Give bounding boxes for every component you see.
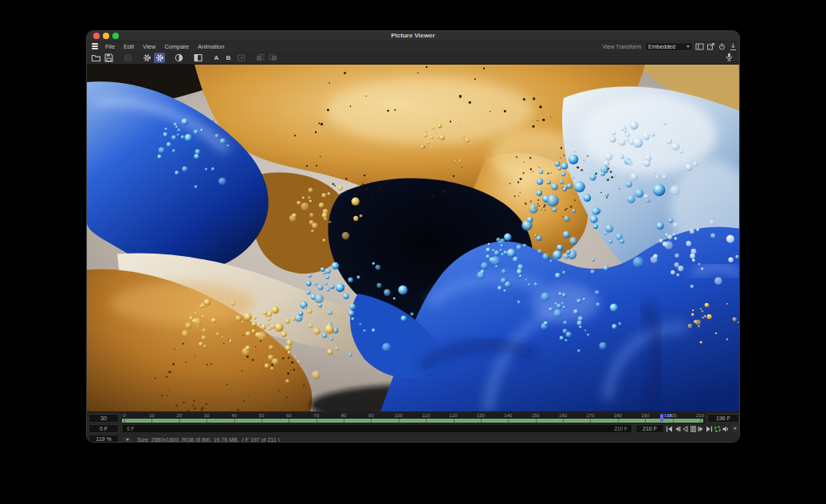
range-end-field[interactable]: 210 F [635, 424, 664, 433]
ruler-tick-mark [124, 419, 125, 423]
zoom-level-field[interactable]: 119 % [88, 435, 119, 443]
compare-a-button[interactable]: A [211, 54, 222, 61]
chevron-down-icon [734, 427, 737, 430]
ruler-tick-mark [371, 419, 372, 423]
ruler-tick-label: 190 [641, 413, 649, 418]
rendered-frames-bar [122, 419, 703, 423]
transport-controls [666, 424, 739, 433]
titlebar[interactable]: Picture Viewer [87, 31, 739, 41]
ruler-tick-mark [454, 419, 454, 423]
ruler-tick-mark [262, 419, 262, 423]
fps-field[interactable]: 30 [88, 414, 119, 423]
playhead[interactable]: 196 [660, 414, 663, 422]
save-icon[interactable] [103, 53, 114, 63]
menu-file[interactable]: File [105, 43, 115, 50]
chevron-down-icon [686, 45, 690, 48]
split-compare-icon[interactable] [192, 53, 203, 63]
compare-b-button[interactable]: B [223, 54, 234, 61]
goto-start-button[interactable] [666, 425, 673, 433]
picture-viewer-window: Picture Viewer File Edit View Compare An… [86, 30, 740, 443]
timeline-panel: 30 0102030405060708090100110120130140150… [87, 411, 739, 443]
ruler-tick-mark [317, 419, 317, 423]
copy-b-icon-disabled [267, 53, 278, 63]
window-title: Picture Viewer [87, 32, 739, 39]
timeline-ruler[interactable]: 0102030405060708090100110120130140150160… [122, 413, 706, 423]
ruler-tick-mark [151, 419, 152, 423]
loop-mode-icon-active[interactable] [714, 425, 721, 433]
playback-options-button[interactable] [730, 425, 739, 432]
settings-gear-icon-active[interactable] [154, 53, 165, 63]
render-image [87, 65, 739, 411]
ruler-tick-label: 140 [504, 413, 512, 418]
ruler-tick-mark [399, 419, 399, 423]
ruler-tick-label: 40 [231, 413, 237, 418]
ruler-tick-label: 10 [149, 413, 155, 418]
pause-button[interactable] [690, 425, 697, 433]
import-icon[interactable] [729, 42, 738, 51]
ruler-tick-mark [289, 419, 289, 423]
ruler-tick-mark [645, 419, 646, 423]
hamburger-menu-icon[interactable] [92, 43, 98, 49]
menu-compare[interactable]: Compare [164, 43, 189, 50]
current-frame-field[interactable]: 196 F [707, 414, 739, 423]
ruler-tick-mark [234, 419, 235, 423]
swap-ab-icon-disabled [235, 53, 246, 63]
ruler-tick-label: 60 [286, 413, 292, 418]
play-backward-button[interactable] [682, 425, 689, 433]
desktop: Picture Viewer File Edit View Compare An… [0, 0, 826, 504]
ruler-tick-label: 50 [259, 413, 265, 418]
menu-view[interactable]: View [143, 43, 155, 50]
ruler-tick-mark [563, 419, 564, 423]
ruler-tick-label: 90 [368, 413, 374, 418]
ruler-tick-mark [618, 419, 619, 423]
menubar: File Edit View Compare Animation View Tr… [87, 41, 739, 51]
goto-end-button[interactable] [706, 425, 713, 433]
playhead-frame-label: 196 [664, 413, 672, 418]
ruler-tick-mark [206, 419, 207, 423]
ruler-tick-label: 210 [696, 413, 704, 418]
chevron-down-icon [126, 439, 129, 441]
next-frame-button[interactable] [698, 425, 705, 433]
sound-toggle-icon[interactable] [722, 425, 729, 433]
ruler-tick-label: 120 [450, 413, 458, 418]
ruler-tick-label: 160 [559, 413, 567, 418]
ruler-tick-label: 150 [532, 413, 540, 418]
ruler-tick-label: 0 [123, 413, 125, 418]
menu-animation[interactable]: Animation [198, 43, 224, 50]
ruler-tick-mark [508, 419, 509, 423]
ruler-tick-label: 130 [477, 413, 485, 418]
ruler-tick-label: 110 [422, 413, 430, 418]
ruler-tick-mark [481, 419, 482, 423]
ruler-tick-mark [179, 419, 180, 423]
menu-edit[interactable]: Edit [124, 43, 134, 50]
ruler-tick-mark [536, 419, 537, 423]
zoom-dropdown-button[interactable] [123, 436, 132, 443]
view-transform-value: Embedded [648, 44, 675, 49]
ruler-tick-label: 30 [204, 413, 210, 418]
microphone-icon[interactable] [723, 52, 734, 62]
open-file-icon[interactable] [90, 53, 101, 63]
stopwatch-icon[interactable] [718, 42, 726, 51]
ruler-tick-label: 20 [176, 413, 182, 418]
ruler-tick-label: 100 [395, 413, 403, 418]
view-transform-dropdown[interactable]: Embedded [645, 42, 693, 51]
toolbar: A B [87, 51, 739, 65]
preview-range-slider[interactable]: 0 F 210 F [122, 424, 632, 433]
range-track-start-label: 0 F [127, 426, 134, 431]
rendered-image-viewport[interactable] [87, 65, 739, 411]
ruler-tick-label: 180 [614, 413, 622, 418]
ruler-tick-mark [673, 419, 674, 423]
range-start-field[interactable]: 0 F [88, 424, 119, 433]
previous-frame-button[interactable] [674, 425, 681, 433]
status-info: Size: 2880x1800, RGB (8 Bit), 19.76 MB, … [137, 435, 280, 443]
filter-gear-icon[interactable] [141, 53, 152, 63]
ruler-tick-label: 70 [313, 413, 319, 418]
panel-toggle-icon[interactable] [695, 42, 704, 51]
contrast-icon[interactable] [173, 53, 184, 63]
ruler-tick-label: 80 [341, 413, 347, 418]
ruler-tick-mark [344, 419, 344, 423]
open-external-icon[interactable] [706, 42, 715, 51]
copy-a-icon-disabled [254, 53, 266, 63]
ruler-tick-label: 170 [586, 413, 594, 418]
ruler-tick-mark [426, 419, 427, 423]
